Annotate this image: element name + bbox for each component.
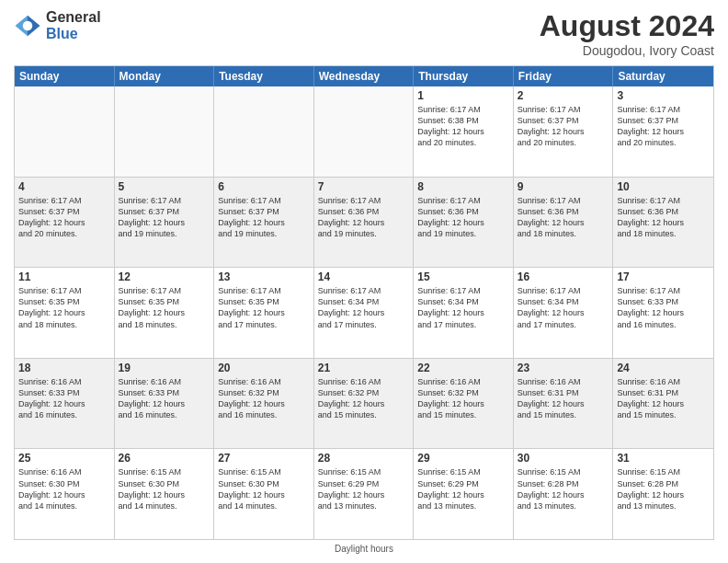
day-cell-21: 21Sunrise: 6:16 AMSunset: 6:32 PMDayligh… <box>314 359 415 449</box>
day-number: 23 <box>518 362 609 374</box>
logo-icon <box>14 12 41 40</box>
day-cell-4: 4Sunrise: 6:17 AMSunset: 6:37 PMDaylight… <box>15 178 115 268</box>
day-cell-15: 15Sunrise: 6:17 AMSunset: 6:34 PMDayligh… <box>414 268 514 358</box>
day-info: Sunrise: 6:15 AMSunset: 6:28 PMDaylight:… <box>518 466 609 511</box>
day-info: Sunrise: 6:17 AMSunset: 6:37 PMDaylight:… <box>218 195 310 240</box>
day-info: Sunrise: 6:16 AMSunset: 6:30 PMDaylight:… <box>18 466 110 511</box>
header-cell-tuesday: Tuesday <box>214 66 314 86</box>
day-info: Sunrise: 6:16 AMSunset: 6:33 PMDaylight:… <box>119 376 210 421</box>
month-title: August 2024 <box>540 9 714 43</box>
empty-cell <box>214 86 314 177</box>
day-cell-10: 10Sunrise: 6:17 AMSunset: 6:36 PMDayligh… <box>613 178 713 268</box>
day-number: 4 <box>18 180 110 193</box>
day-info: Sunrise: 6:16 AMSunset: 6:32 PMDaylight:… <box>218 376 310 421</box>
day-cell-22: 22Sunrise: 6:16 AMSunset: 6:32 PMDayligh… <box>414 359 514 449</box>
logo: General Blue <box>14 9 101 41</box>
day-number: 30 <box>518 452 609 465</box>
day-number: 12 <box>119 270 210 283</box>
day-info: Sunrise: 6:17 AMSunset: 6:36 PMDaylight:… <box>318 195 410 240</box>
day-info: Sunrise: 6:15 AMSunset: 6:28 PMDaylight:… <box>617 466 710 511</box>
header-cell-saturday: Saturday <box>613 66 713 86</box>
empty-cell <box>115 86 215 177</box>
day-number: 21 <box>318 362 410 374</box>
day-info: Sunrise: 6:17 AMSunset: 6:36 PMDaylight:… <box>417 195 509 240</box>
day-cell-11: 11Sunrise: 6:17 AMSunset: 6:35 PMDayligh… <box>15 268 115 358</box>
day-cell-27: 27Sunrise: 6:15 AMSunset: 6:30 PMDayligh… <box>214 449 314 539</box>
day-cell-18: 18Sunrise: 6:16 AMSunset: 6:33 PMDayligh… <box>15 359 115 449</box>
day-cell-2: 2Sunrise: 6:17 AMSunset: 6:37 PMDaylight… <box>514 86 614 177</box>
day-info: Sunrise: 6:17 AMSunset: 6:35 PMDaylight:… <box>18 285 110 330</box>
calendar: SundayMondayTuesdayWednesdayThursdayFrid… <box>14 65 714 540</box>
day-cell-9: 9Sunrise: 6:17 AMSunset: 6:36 PMDaylight… <box>514 178 614 268</box>
day-number: 15 <box>417 270 509 283</box>
day-info: Sunrise: 6:16 AMSunset: 6:32 PMDaylight:… <box>318 376 410 421</box>
header-cell-thursday: Thursday <box>414 66 514 86</box>
day-cell-8: 8Sunrise: 6:17 AMSunset: 6:36 PMDaylight… <box>414 178 514 268</box>
empty-cell <box>314 86 415 177</box>
day-number: 27 <box>218 452 310 465</box>
location: Dougodou, Ivory Coast <box>540 43 714 58</box>
calendar-row: 1Sunrise: 6:17 AMSunset: 6:38 PMDaylight… <box>15 86 713 177</box>
empty-cell <box>15 86 115 177</box>
day-info: Sunrise: 6:17 AMSunset: 6:35 PMDaylight:… <box>218 285 310 330</box>
day-number: 8 <box>417 180 509 193</box>
day-number: 22 <box>417 362 509 374</box>
day-cell-24: 24Sunrise: 6:16 AMSunset: 6:31 PMDayligh… <box>613 359 713 449</box>
calendar-row: 4Sunrise: 6:17 AMSunset: 6:37 PMDaylight… <box>15 177 713 268</box>
day-number: 20 <box>218 362 310 374</box>
day-info: Sunrise: 6:17 AMSunset: 6:36 PMDaylight:… <box>617 195 710 240</box>
day-info: Sunrise: 6:16 AMSunset: 6:32 PMDaylight:… <box>417 376 509 421</box>
day-number: 7 <box>318 180 410 193</box>
calendar-row: 11Sunrise: 6:17 AMSunset: 6:35 PMDayligh… <box>15 267 713 358</box>
calendar-header: SundayMondayTuesdayWednesdayThursdayFrid… <box>15 66 713 86</box>
day-info: Sunrise: 6:16 AMSunset: 6:31 PMDaylight:… <box>518 376 609 421</box>
day-number: 28 <box>318 452 410 465</box>
day-number: 26 <box>119 452 210 465</box>
footer-note: Daylight hours <box>14 544 714 554</box>
day-number: 14 <box>318 270 410 283</box>
calendar-body: 1Sunrise: 6:17 AMSunset: 6:38 PMDaylight… <box>15 86 713 539</box>
day-cell-28: 28Sunrise: 6:15 AMSunset: 6:29 PMDayligh… <box>314 449 415 539</box>
day-number: 1 <box>417 89 509 102</box>
day-number: 3 <box>617 89 710 102</box>
day-number: 19 <box>119 362 210 374</box>
day-info: Sunrise: 6:17 AMSunset: 6:37 PMDaylight:… <box>18 195 110 240</box>
day-cell-20: 20Sunrise: 6:16 AMSunset: 6:32 PMDayligh… <box>214 359 314 449</box>
logo-text: General Blue <box>46 9 101 41</box>
day-info: Sunrise: 6:17 AMSunset: 6:37 PMDaylight:… <box>518 104 609 149</box>
day-cell-1: 1Sunrise: 6:17 AMSunset: 6:38 PMDaylight… <box>414 86 514 177</box>
title-area: August 2024 Dougodou, Ivory Coast <box>540 9 714 58</box>
header-cell-sunday: Sunday <box>15 66 115 86</box>
day-cell-6: 6Sunrise: 6:17 AMSunset: 6:37 PMDaylight… <box>214 178 314 268</box>
day-info: Sunrise: 6:17 AMSunset: 6:36 PMDaylight:… <box>518 195 609 240</box>
day-info: Sunrise: 6:17 AMSunset: 6:37 PMDaylight:… <box>119 195 210 240</box>
day-cell-16: 16Sunrise: 6:17 AMSunset: 6:34 PMDayligh… <box>514 268 614 358</box>
day-number: 16 <box>518 270 609 283</box>
svg-point-2 <box>23 20 33 30</box>
day-number: 24 <box>617 362 710 374</box>
page: General Blue August 2024 Dougodou, Ivory… <box>0 0 728 563</box>
day-cell-13: 13Sunrise: 6:17 AMSunset: 6:35 PMDayligh… <box>214 268 314 358</box>
day-info: Sunrise: 6:17 AMSunset: 6:34 PMDaylight:… <box>518 285 609 330</box>
day-number: 10 <box>617 180 710 193</box>
day-cell-14: 14Sunrise: 6:17 AMSunset: 6:34 PMDayligh… <box>314 268 415 358</box>
header-cell-monday: Monday <box>115 66 215 86</box>
logo-blue-text: Blue <box>46 26 101 42</box>
day-cell-30: 30Sunrise: 6:15 AMSunset: 6:28 PMDayligh… <box>514 449 614 539</box>
day-info: Sunrise: 6:17 AMSunset: 6:37 PMDaylight:… <box>617 104 710 149</box>
day-info: Sunrise: 6:15 AMSunset: 6:29 PMDaylight:… <box>417 466 509 511</box>
day-info: Sunrise: 6:17 AMSunset: 6:35 PMDaylight:… <box>119 285 210 330</box>
day-number: 13 <box>218 270 310 283</box>
day-info: Sunrise: 6:17 AMSunset: 6:34 PMDaylight:… <box>318 285 410 330</box>
header-cell-friday: Friday <box>514 66 614 86</box>
day-number: 31 <box>617 452 710 465</box>
header-cell-wednesday: Wednesday <box>314 66 415 86</box>
day-cell-26: 26Sunrise: 6:15 AMSunset: 6:30 PMDayligh… <box>115 449 215 539</box>
logo-general-text: General <box>46 9 101 26</box>
day-info: Sunrise: 6:16 AMSunset: 6:33 PMDaylight:… <box>18 376 110 421</box>
day-info: Sunrise: 6:17 AMSunset: 6:34 PMDaylight:… <box>417 285 509 330</box>
calendar-row: 18Sunrise: 6:16 AMSunset: 6:33 PMDayligh… <box>15 358 713 449</box>
day-cell-17: 17Sunrise: 6:17 AMSunset: 6:33 PMDayligh… <box>613 268 713 358</box>
day-info: Sunrise: 6:16 AMSunset: 6:31 PMDaylight:… <box>617 376 710 421</box>
day-cell-25: 25Sunrise: 6:16 AMSunset: 6:30 PMDayligh… <box>15 449 115 539</box>
